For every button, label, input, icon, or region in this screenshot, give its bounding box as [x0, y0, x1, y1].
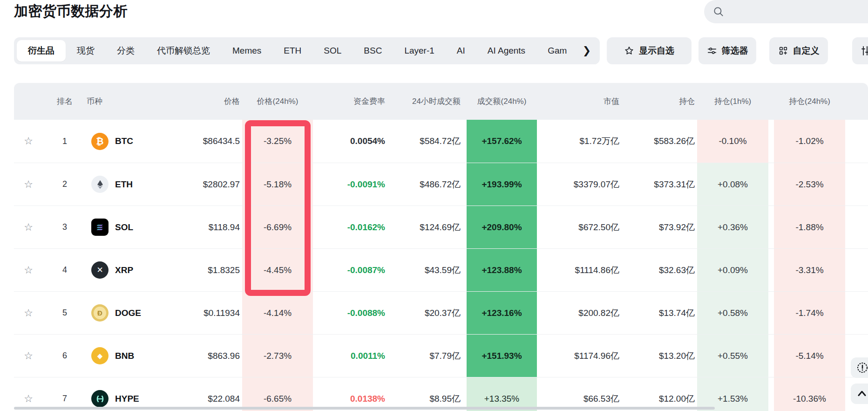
coin-cell[interactable]: ◆BNB	[87, 335, 163, 377]
tab-Layer-1[interactable]: Layer-1	[393, 40, 445, 62]
favorite-star-icon[interactable]: ☆	[14, 335, 43, 377]
spacer	[845, 120, 868, 163]
tab-AI[interactable]: AI	[446, 40, 476, 62]
spacer	[768, 377, 774, 411]
price-value: $118.94	[163, 206, 242, 248]
price-change-24h: -4.45%	[242, 249, 313, 291]
spacer	[768, 163, 774, 206]
funding-rate: 0.0011%	[313, 335, 387, 377]
spacer	[463, 249, 467, 291]
funding-rate: 0.0054%	[313, 120, 387, 163]
alerts-button[interactable]	[851, 357, 868, 378]
favorite-star-icon[interactable]: ☆	[14, 377, 43, 411]
column-header-8[interactable]: 市值	[537, 83, 622, 120]
open-interest-change-1h: +0.58%	[697, 292, 768, 334]
price-value: $0.11934	[163, 292, 242, 334]
vertical-sliders-icon	[860, 45, 868, 56]
open-interest: $13.74亿	[622, 292, 697, 334]
volume-24h: $8.95亿	[387, 377, 463, 411]
filter-button[interactable]: 筛选器	[698, 37, 756, 64]
tab-分类[interactable]: 分类	[106, 40, 146, 62]
show-watchlist-button[interactable]: 显示自选	[607, 37, 692, 64]
search-icon	[712, 6, 725, 18]
column-header-6[interactable]: 24小时成交额	[387, 83, 463, 120]
open-interest-change-1h: +1.53%	[697, 377, 768, 411]
column-settings-button[interactable]	[852, 37, 868, 64]
table-row-XRP[interactable]: ☆ 4 ✕XRP $1.8325 -4.45% -0.0087% $43.59亿…	[14, 248, 868, 291]
column-header-2[interactable]: 币种	[87, 83, 163, 120]
tab-衍生品[interactable]: 衍生品	[17, 40, 66, 62]
customize-label: 自定义	[793, 45, 820, 57]
open-interest: $32.63亿	[622, 249, 697, 291]
coin-cell[interactable]: ✕XRP	[87, 249, 163, 291]
tab-BSC[interactable]: BSC	[353, 40, 393, 62]
favorite-star-icon[interactable]: ☆	[14, 120, 43, 163]
table-header: 排名币种价格价格(24h%)资金费率24小时成交额成交额(24h%)市值持仓持仓…	[14, 83, 868, 120]
column-header-0	[14, 83, 43, 120]
tab-代币解锁总览[interactable]: 代币解锁总览	[146, 40, 221, 62]
tab-ETH[interactable]: ETH	[272, 40, 312, 62]
table-row-SOL[interactable]: ☆ 3 SOL $118.94 -6.69% -0.0162% $124.69亿…	[14, 206, 868, 248]
column-header-1[interactable]: 排名	[43, 83, 87, 120]
tab-Memes[interactable]: Memes	[221, 40, 272, 62]
favorite-star-icon[interactable]: ☆	[14, 292, 43, 334]
tabs-overflow-chevron-icon[interactable]: ❯	[576, 37, 597, 64]
star-icon	[624, 46, 634, 56]
spacer	[463, 120, 467, 163]
open-interest: $12.00亿	[622, 377, 697, 411]
horizontal-scrollbar[interactable]	[14, 407, 715, 410]
favorite-star-icon[interactable]: ☆	[14, 163, 43, 206]
coin-cell[interactable]: SOL	[87, 206, 163, 248]
volume-change-24h: +193.99%	[467, 163, 537, 206]
tab-Gam[interactable]: Gam	[536, 40, 578, 62]
coin-cell[interactable]: ETH	[87, 163, 163, 206]
coin-symbol: DOGE	[115, 308, 141, 318]
coin-cell[interactable]: HYPE	[87, 377, 163, 411]
coin-cell[interactable]: ₿BTC	[87, 120, 163, 163]
customize-button[interactable]: 自定义	[769, 37, 828, 64]
rank-value: 2	[43, 163, 87, 206]
scroll-to-top-button[interactable]	[851, 384, 868, 404]
column-header-4[interactable]: 价格(24h%)	[242, 83, 313, 120]
spacer	[463, 206, 467, 248]
rank-value: 1	[43, 120, 87, 163]
table-row-HYPE[interactable]: ☆ 7 HYPE $22.084 -6.65% 0.0138% $8.95亿 +…	[14, 377, 868, 411]
table-row-BTC[interactable]: ☆ 1 ₿BTC $86434.5 -3.25% 0.0054% $584.72…	[14, 120, 868, 163]
tab-AI Agents[interactable]: AI Agents	[476, 40, 536, 62]
coin-symbol: HYPE	[115, 394, 139, 404]
favorite-star-icon[interactable]: ☆	[14, 206, 43, 248]
column-header-11[interactable]: 持仓(24h%)	[774, 83, 845, 120]
coin-cell[interactable]: ÐDOGE	[87, 292, 163, 334]
volume-change-24h: +209.80%	[467, 206, 537, 248]
spacer	[463, 163, 467, 206]
price-change-24h: -6.69%	[242, 206, 313, 248]
market-cap: $3379.07亿	[537, 163, 622, 206]
column-header-9[interactable]: 持仓	[622, 83, 697, 120]
favorite-star-icon[interactable]: ☆	[14, 249, 43, 291]
page-title: 加密货币数据分析	[14, 2, 128, 21]
bnb-icon: ◆	[91, 347, 108, 364]
alert-badge-icon	[855, 361, 868, 375]
table-row-BNB[interactable]: ☆ 6 ◆BNB $863.96 -2.73% 0.0011% $7.79亿 +…	[14, 334, 868, 377]
volume-24h: $124.69亿	[387, 206, 463, 248]
search-input[interactable]	[704, 0, 868, 23]
volume-change-24h: +123.88%	[467, 249, 537, 291]
price-change-24h: -6.65%	[242, 377, 313, 411]
open-interest: $13.20亿	[622, 335, 697, 377]
funding-rate: -0.0162%	[313, 206, 387, 248]
column-header-7[interactable]: 成交额(24h%)	[467, 83, 537, 120]
market-cap: $200.82亿	[537, 292, 622, 334]
column-header-3[interactable]: 价格	[163, 83, 242, 120]
price-change-24h: -2.73%	[242, 335, 313, 377]
tab-现货[interactable]: 现货	[66, 40, 106, 62]
coin-symbol: SOL	[115, 222, 133, 233]
open-interest-change-1h: +0.08%	[697, 163, 768, 206]
column-header-5[interactable]: 资金费率	[313, 83, 387, 120]
open-interest-change-24h: -1.74%	[774, 292, 845, 334]
spacer	[845, 206, 868, 248]
spacer	[768, 292, 774, 334]
table-row-DOGE[interactable]: ☆ 5 ÐDOGE $0.11934 -4.14% -0.0088% $20.3…	[14, 291, 868, 334]
column-header-10[interactable]: 持仓(1h%)	[697, 83, 768, 120]
table-row-ETH[interactable]: ☆ 2 ETH $2802.97 -5.18% -0.0091% $486.72…	[14, 163, 868, 206]
tab-SOL[interactable]: SOL	[312, 40, 353, 62]
